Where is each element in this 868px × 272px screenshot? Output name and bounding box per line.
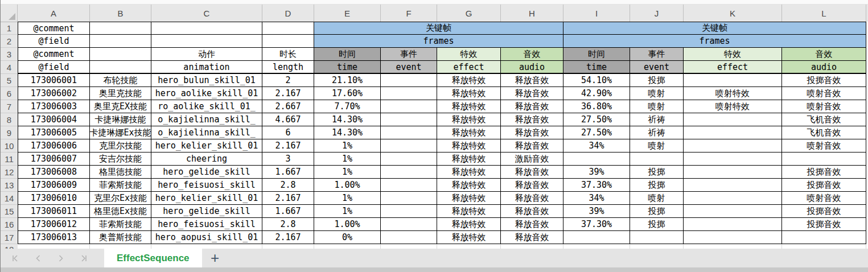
header-cell-frames-left[interactable]: frames [314,35,563,48]
cell-event2[interactable]: 喷射 [630,87,684,100]
header-cell-frames-right[interactable]: frames [563,35,866,48]
column-header-K[interactable]: K [684,5,782,22]
cell-id[interactable]: 173006001 [18,74,90,87]
cell-animation[interactable]: hero_gelide_skill [151,166,262,179]
cell-effect2[interactable] [684,218,782,231]
cell-audio2[interactable] [782,153,866,166]
first-sheet-icon[interactable] [11,254,20,263]
cell-animation[interactable]: o_kajielinna_skill_ [151,126,262,139]
prev-sheet-icon[interactable] [34,254,43,263]
row-header-8[interactable]: 8 [1,113,18,126]
cell-time1[interactable]: 1% [314,139,381,153]
cell-empty[interactable] [782,244,866,249]
row-header-13[interactable]: 13 [1,179,18,192]
cell-animation[interactable]: hero_gelide_skill [151,205,262,218]
cell-audio1[interactable]: 释放音效 [501,192,563,205]
cell-audio1[interactable]: 释放音效 [501,126,563,139]
cell-audio2[interactable]: 投掷音效 [782,218,866,231]
cell-audio2[interactable]: 飞机音效 [782,126,866,139]
row-header-15[interactable]: 15 [1,205,18,218]
cell-effect2[interactable] [684,231,782,244]
cell-effect2[interactable] [684,113,782,126]
header-cell-event-cn-left[interactable]: 事件 [381,48,437,61]
cell-empty[interactable] [437,244,501,249]
cell-empty[interactable] [262,244,314,249]
cell-event1[interactable] [381,205,437,218]
cell-audio1[interactable]: 释放音效 [501,139,563,153]
cell-comment-marker[interactable]: @comment [18,48,90,61]
cell-audio2[interactable]: 喷射音效 [782,87,866,100]
cell-event2[interactable]: 喷射 [630,139,684,153]
cell-empty[interactable] [630,244,684,249]
cell-animation[interactable]: hero_feisuosi_skill [151,218,262,231]
row-header-12[interactable]: 12 [1,166,18,179]
row-header-5[interactable]: 5 [1,74,18,87]
cell-length[interactable]: 2.667 [262,100,314,113]
cell-time2[interactable]: 37.30% [563,218,630,231]
cell-time1[interactable]: 21.10% [314,74,381,87]
cell-name[interactable]: 奥里克EX技能 [90,100,151,113]
column-header-H[interactable]: H [501,5,563,22]
cell-audio1[interactable]: 释放音效 [501,113,563,126]
cell-name[interactable]: 卡捷琳娜技能 [90,113,151,126]
cell-time2[interactable]: 36.80% [563,100,630,113]
cell-audio1[interactable]: 释放音效 [501,100,563,113]
cell-id[interactable]: 173006006 [18,139,90,153]
cell-empty[interactable] [90,35,151,48]
header-cell-event-right[interactable]: event [630,61,684,74]
header-cell-time-cn-left[interactable]: 时间 [314,48,381,61]
cell-time2[interactable]: 39% [563,205,630,218]
column-header-B[interactable]: B [90,5,151,22]
cell-name[interactable]: 格里德技能 [90,166,151,179]
column-header-G[interactable]: G [437,5,501,22]
last-sheet-icon[interactable] [79,254,88,263]
cell-id[interactable]: 173006009 [18,179,90,192]
cell-audio1[interactable]: 释放音效 [501,87,563,100]
column-header-L[interactable]: L [782,5,866,22]
cell-animation[interactable]: hero_kelier_skill_01 [151,192,262,205]
cell-name[interactable]: 卡捷琳娜Ex技能 [90,126,151,139]
cell-id[interactable]: 173006012 [18,218,90,231]
cell-time1[interactable]: 1.00% [314,218,381,231]
row-header-9[interactable]: 9 [1,126,18,139]
cell-event2[interactable] [630,153,684,166]
cell-effect1[interactable]: 释放特效 [437,126,501,139]
row-header-7[interactable]: 7 [1,100,18,113]
cell-effect1[interactable]: 释放特效 [437,113,501,126]
cell-effect2[interactable] [684,139,782,153]
cell-empty[interactable] [684,244,782,249]
cell-name[interactable]: 克里尔Ex技能 [90,192,151,205]
cell-event1[interactable] [381,139,437,153]
cell-time2[interactable]: 34% [563,192,630,205]
cell-audio1[interactable]: 激励音效 [501,153,563,166]
cell-time1[interactable]: 1% [314,166,381,179]
cell-length[interactable]: 2.8 [262,218,314,231]
cell-effect1[interactable]: 释放特效 [437,218,501,231]
header-cell-effect-cn-right[interactable]: 特效 [684,48,782,61]
column-header-J[interactable]: J [630,5,684,22]
cell-effect2[interactable] [684,153,782,166]
cell-id[interactable]: 173006002 [18,87,90,100]
cell-name[interactable]: 菲索斯技能 [90,218,151,231]
cell-length[interactable]: 2.167 [262,231,314,244]
cell-effect1[interactable]: 释放特效 [437,74,501,87]
cell-event1[interactable] [381,153,437,166]
header-cell-keyframe-left[interactable]: 关键帧 [314,22,563,35]
cell-effect1[interactable]: 释放特效 [437,166,501,179]
cell-id[interactable]: 173006008 [18,166,90,179]
cell-empty[interactable] [90,48,151,61]
select-all-corner[interactable] [1,5,18,22]
cell-empty[interactable] [563,244,630,249]
next-sheet-icon[interactable] [56,254,65,263]
cell-name[interactable]: 克里尔技能 [90,139,151,153]
cell-animation[interactable]: hero_kelier_skill_01 [151,139,262,153]
header-cell-audio-left[interactable]: audio [501,61,563,74]
cell-time2[interactable]: 34% [563,139,630,153]
header-cell-effect-left[interactable]: effect [437,61,501,74]
cell-event1[interactable] [381,100,437,113]
cell-time1[interactable]: 14.30% [314,113,381,126]
column-header-E[interactable]: E [314,5,381,22]
cell-empty[interactable] [151,244,262,249]
cell-empty[interactable] [90,244,151,249]
header-cell-time-left[interactable]: time [314,61,381,74]
